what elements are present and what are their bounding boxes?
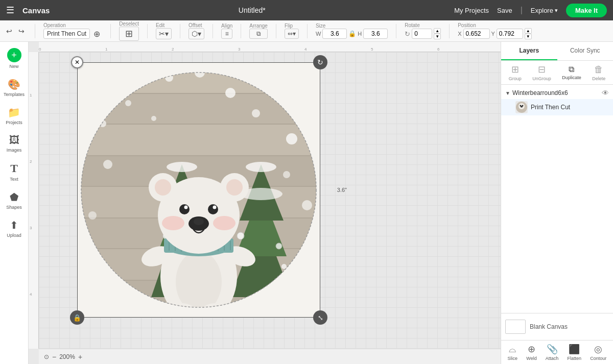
sidebar-item-shapes[interactable]: ⬟ Shapes	[2, 187, 27, 214]
design-element[interactable]: 3.6" 3.6"	[77, 62, 320, 318]
pos-x-input[interactable]	[463, 29, 490, 39]
hamburger-icon[interactable]: ☰	[6, 5, 14, 16]
operation-label: Operation	[43, 22, 102, 28]
align-group: Align ≡	[221, 23, 232, 39]
ungroup-icon: ⊟	[538, 64, 546, 75]
zoom-bar: ⊙ − 200% +	[39, 349, 501, 364]
undo-redo-group: ↩ ↪	[4, 26, 27, 36]
handle-rotate[interactable]: ↻	[313, 55, 327, 69]
rotate-icon: ↻	[405, 30, 410, 38]
offset-button[interactable]: ⬡▾	[188, 28, 204, 39]
group-icon: ⊞	[511, 64, 519, 75]
arrange-group: Arrange ⧉	[249, 23, 268, 39]
undo-button[interactable]: ↩	[4, 26, 14, 36]
shapes-icon: ⬟	[10, 191, 18, 203]
sep2	[110, 24, 111, 38]
sep5	[213, 24, 213, 38]
group-tool[interactable]: ⊞ Group	[509, 64, 522, 81]
operation-value[interactable]: Print Then Cut	[43, 29, 90, 39]
redo-button[interactable]: ↪	[16, 26, 27, 36]
app-title: Canvas	[22, 6, 50, 15]
delete-label: Delete	[592, 76, 605, 81]
flip-button[interactable]: ⇔▾	[285, 29, 299, 39]
arrange-button[interactable]: ⧉	[249, 29, 268, 39]
tab-layers[interactable]: Layers	[501, 42, 557, 60]
my-projects-link[interactable]: My Projects	[454, 7, 489, 14]
blank-canvas-label: Blank Canvas	[530, 323, 568, 330]
sidebar-item-text[interactable]: T Text	[2, 158, 27, 186]
upload-label: Upload	[7, 233, 21, 238]
dimension-height-label: 3.6"	[337, 187, 347, 193]
pos-up[interactable]: ▲	[525, 28, 532, 34]
nav-right: My Projects Save | Explore ▾ Make It	[454, 4, 607, 17]
edit-button[interactable]: ✂▾	[156, 28, 172, 39]
slice-icon: ⌓	[509, 344, 516, 355]
handle-lock[interactable]: 🔒	[70, 310, 84, 325]
sidebar-item-new[interactable]: + New	[2, 44, 27, 73]
edit-label: Edit	[156, 22, 172, 28]
save-link[interactable]: Save	[497, 7, 512, 14]
flatten-label: Flatten	[568, 356, 582, 361]
visibility-icon[interactable]: 👁	[602, 89, 609, 97]
rotate-input[interactable]	[412, 29, 432, 39]
size-w-label: W	[316, 31, 321, 37]
slice-button[interactable]: ⌓ Slice	[508, 344, 518, 361]
panel-tabs: Layers Color Sync	[501, 42, 613, 61]
align-button[interactable]: ≡	[221, 29, 232, 39]
slice-label: Slice	[508, 356, 518, 361]
sep10	[449, 24, 450, 38]
sidebar-item-upload[interactable]: ⬆ Upload	[2, 215, 27, 242]
size-label: Size	[316, 23, 388, 29]
zoom-out-button[interactable]: −	[52, 353, 56, 361]
contour-button[interactable]: ◎ Contour	[590, 344, 606, 361]
selection-border	[77, 62, 320, 318]
layer-group-name: Winterbearround6x6	[512, 89, 600, 96]
explore-link[interactable]: Explore ▾	[531, 7, 558, 14]
rotate-group: Rotate ↻ ▲ ▼	[405, 22, 441, 39]
size-h-label: H	[358, 31, 362, 37]
sep4	[180, 24, 180, 38]
attach-button[interactable]: 📎 Attach	[546, 344, 559, 361]
delete-tool[interactable]: 🗑 Delete	[592, 64, 605, 81]
duplicate-tool[interactable]: ⧉ Duplicate	[562, 65, 581, 80]
toolbar: ↩ ↪ Operation Print Then Cut ⊕ Deselect …	[0, 20, 613, 42]
rotate-down[interactable]: ▼	[434, 34, 441, 39]
ungroup-label: UnGroup	[532, 76, 551, 81]
sep7	[276, 24, 276, 38]
sidebar-item-templates[interactable]: 🎨 Templates	[2, 74, 27, 101]
offset-group: Offset ⬡▾	[188, 22, 204, 39]
sidebar-item-projects[interactable]: 📁 Projects	[2, 102, 27, 129]
sidebar-item-images[interactable]: 🖼 Images	[2, 130, 27, 157]
handle-resize[interactable]: ⤡	[313, 310, 327, 325]
delete-icon: 🗑	[594, 64, 603, 75]
weld-button[interactable]: ⊕ Weld	[526, 344, 536, 361]
ungroup-tool[interactable]: ⊟ UnGroup	[532, 64, 551, 81]
new-label: New	[9, 64, 18, 69]
duplicate-label: Duplicate	[562, 75, 581, 80]
handle-close[interactable]: ✕	[71, 56, 83, 68]
size-h-input[interactable]	[363, 29, 388, 39]
rotate-up[interactable]: ▲	[434, 28, 441, 34]
layer-group-winterbear[interactable]: ▼ Winterbearround6x6 👁	[501, 87, 613, 99]
pos-y-label: Y	[491, 31, 495, 37]
attach-label: Attach	[546, 356, 559, 361]
attach-icon: 📎	[547, 344, 558, 355]
make-it-button[interactable]: Make It	[566, 4, 607, 17]
deselect-button[interactable]: ⊞	[119, 27, 139, 41]
size-w-input[interactable]	[322, 29, 347, 39]
layer-item-print-then-cut[interactable]: Print Then Cut	[501, 99, 613, 115]
ruler-top: 0 1 2 3 4 5 6 7	[39, 42, 501, 52]
templates-label: Templates	[4, 92, 25, 97]
edit-group: Edit ✂▾	[156, 22, 172, 39]
zoom-target-button[interactable]: ⊙	[44, 353, 49, 360]
operation-icon-btn[interactable]: ⊕	[91, 28, 102, 40]
top-navigation: ☰ Canvas Untitled* My Projects Save | Ex…	[0, 0, 613, 20]
pos-y-input[interactable]	[497, 29, 523, 39]
zoom-in-button[interactable]: +	[78, 353, 82, 361]
flatten-button[interactable]: ⬛ Flatten	[568, 344, 582, 361]
canvas-area[interactable]: 0 1 2 3 4 5 6 7 1 2 3 4 3.6" 3.6"	[29, 42, 501, 364]
tab-color-sync[interactable]: Color Sync	[557, 42, 614, 60]
pos-down[interactable]: ▼	[525, 34, 532, 39]
arrange-label: Arrange	[249, 23, 268, 29]
group-label: Group	[509, 76, 522, 81]
